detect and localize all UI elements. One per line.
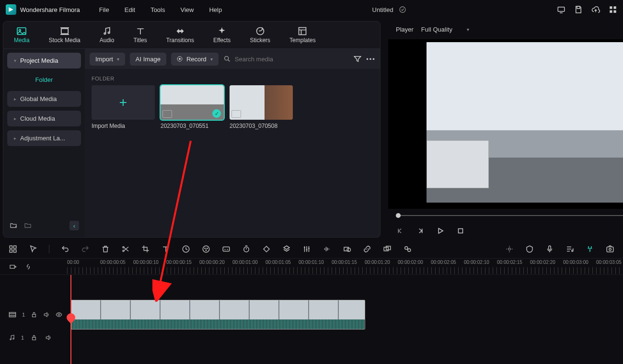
prev-frame-button[interactable] — [396, 227, 404, 235]
sidebar-cloud-media[interactable]: ▸ Cloud Media — [7, 111, 81, 126]
menu-view[interactable]: View — [180, 6, 194, 13]
collapse-sidebar-button[interactable]: ‹ — [69, 221, 79, 230]
video-track-body[interactable] — [67, 299, 623, 330]
redo-icon[interactable] — [81, 245, 90, 253]
track-add-icon[interactable] — [9, 262, 17, 271]
track-mute-icon[interactable] — [43, 310, 50, 319]
delete-icon[interactable] — [101, 245, 110, 253]
import-box[interactable]: + — [92, 85, 155, 120]
render-icon[interactable] — [586, 245, 594, 253]
color-icon[interactable] — [202, 245, 210, 253]
thumb-box[interactable] — [230, 85, 293, 120]
menu-help[interactable]: Help — [209, 6, 222, 13]
menu-tools[interactable]: Tools — [150, 6, 165, 13]
quality-dropdown[interactable]: Full Quality ▾ — [421, 26, 469, 33]
next-frame-button[interactable] — [416, 227, 425, 235]
tab-audio[interactable]: Audio — [95, 25, 119, 45]
ai-tools-icon[interactable] — [403, 245, 412, 253]
sidebar-folder[interactable]: Folder — [7, 72, 81, 87]
undo-icon[interactable] — [61, 245, 69, 253]
document-title[interactable]: Untitled — [372, 6, 393, 13]
caption-icon[interactable] — [222, 245, 231, 253]
tab-titles[interactable]: Titles — [128, 25, 151, 45]
search-icon[interactable] — [223, 55, 231, 63]
effects-icon — [217, 26, 227, 36]
upload-cloud-icon[interactable] — [591, 5, 600, 14]
crop-icon[interactable] — [141, 245, 150, 253]
layout-icon[interactable] — [9, 245, 17, 253]
cursor-icon[interactable] — [29, 245, 37, 253]
screen-icon[interactable] — [557, 5, 565, 14]
scrub-head[interactable] — [396, 213, 401, 218]
music-list-icon[interactable] — [565, 245, 574, 253]
menu-edit[interactable]: Edit — [125, 6, 135, 13]
new-folder-icon[interactable] — [9, 221, 18, 230]
keyframe-icon[interactable] — [262, 245, 271, 253]
playhead[interactable] — [70, 275, 71, 364]
tab-media[interactable]: Media — [9, 25, 35, 45]
more-icon[interactable]: ••• — [367, 55, 375, 63]
search-input[interactable] — [235, 56, 307, 63]
player-scrubber[interactable] — [388, 211, 623, 220]
mask-icon[interactable] — [343, 245, 351, 253]
track-lock-icon[interactable] — [30, 333, 38, 342]
audio-adjust-icon[interactable] — [323, 245, 331, 253]
svg-point-8 — [19, 29, 21, 31]
ruler-row: 00:0000:00:00:0500:00:00:1000:00:00:1500… — [0, 259, 623, 275]
doc-status-icon[interactable] — [398, 5, 407, 14]
audio-track-body[interactable] — [67, 330, 623, 345]
sidebar-project-media[interactable]: ▾ Project Media — [7, 53, 81, 68]
green-screen-icon[interactable] — [282, 245, 291, 253]
ruler-tick-label: 00:00:01:10 — [299, 260, 332, 265]
thumb-box[interactable]: ✓ — [161, 85, 224, 120]
ai-image-button[interactable]: AI Image — [130, 53, 166, 66]
folder-header: FOLDER — [85, 69, 380, 85]
transitions-icon — [175, 26, 185, 36]
svg-rect-29 — [223, 247, 230, 251]
stock-media-icon — [59, 26, 70, 36]
group-icon[interactable] — [383, 245, 392, 253]
track-visibility-icon[interactable] — [56, 310, 62, 319]
tab-effects[interactable]: Effects — [208, 25, 235, 45]
timeline-clip[interactable] — [71, 300, 365, 330]
menu-file[interactable]: File — [99, 6, 109, 13]
tab-transitions[interactable]: Transitions — [162, 25, 199, 45]
preview-canvas[interactable] — [388, 39, 623, 209]
timeline-ruler[interactable]: 00:0000:00:00:0500:00:00:1000:00:00:1500… — [67, 259, 623, 275]
player-controls — [388, 222, 623, 239]
adjust-icon[interactable] — [302, 245, 311, 253]
marker-icon[interactable] — [505, 245, 514, 253]
sidebar-adjustment-layer[interactable]: ▸ Adjustment La... — [7, 130, 81, 146]
save-icon[interactable] — [574, 5, 583, 14]
mic-icon[interactable] — [545, 245, 554, 253]
filter-icon[interactable] — [353, 55, 362, 63]
play-button[interactable] — [436, 227, 445, 235]
workarea: ▾ Project Media Folder ▸ Global Media ▸ … — [3, 49, 381, 238]
snapshot-icon[interactable] — [606, 245, 614, 253]
sidebar-global-media[interactable]: ▸ Global Media — [7, 91, 81, 107]
media-thumb-2[interactable]: 20230703_070508 — [230, 85, 293, 129]
folder-icon[interactable] — [23, 221, 32, 230]
track-mute-icon[interactable] — [44, 333, 53, 342]
ruler-tick-label: 00:00:01:00 — [232, 260, 265, 265]
tab-stock-media[interactable]: Stock Media — [44, 25, 85, 45]
media-toolbar: Import ▾ AI Image Record ▾ — [85, 49, 380, 69]
svg-rect-20 — [10, 250, 12, 252]
import-media-tile[interactable]: + Import Media — [92, 85, 155, 129]
text-icon[interactable] — [162, 245, 170, 253]
tab-stickers[interactable]: Stickers — [245, 25, 275, 45]
import-dropdown[interactable]: Import ▾ — [90, 53, 125, 66]
timer-icon[interactable] — [242, 245, 251, 253]
record-dropdown[interactable]: Record ▾ — [171, 53, 219, 66]
speed-icon[interactable] — [182, 245, 190, 253]
split-icon[interactable] — [121, 245, 130, 253]
link-icon[interactable] — [363, 245, 371, 253]
media-thumb-1[interactable]: ✓ 20230703_070551 — [161, 85, 224, 129]
bookmark-icon[interactable] — [525, 245, 534, 253]
track-lock-icon[interactable] — [31, 310, 37, 319]
magnet-icon[interactable] — [24, 262, 33, 271]
stop-button[interactable] — [456, 227, 465, 235]
tab-templates[interactable]: Templates — [285, 25, 321, 45]
chevron-down-icon: ▾ — [467, 27, 469, 32]
apps-grid-icon[interactable] — [609, 5, 617, 14]
